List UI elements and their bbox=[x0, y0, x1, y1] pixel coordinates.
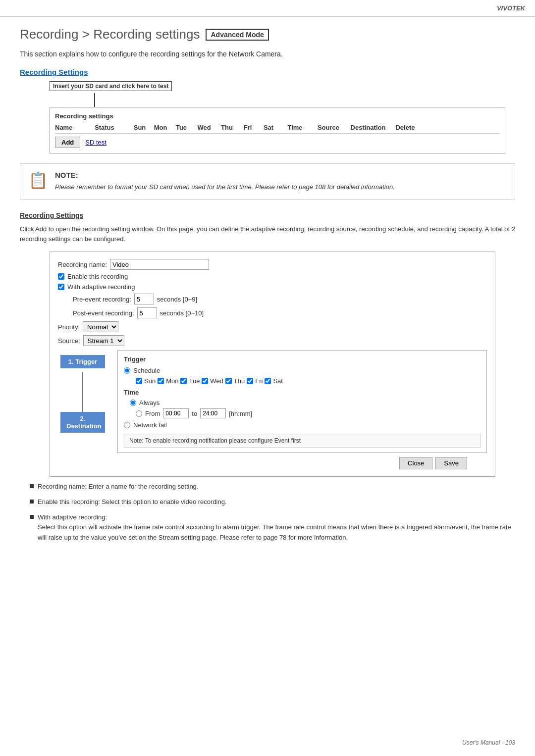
advanced-mode-badge: Advanced Mode bbox=[206, 29, 268, 41]
always-radio[interactable] bbox=[130, 400, 136, 406]
from-radio[interactable] bbox=[136, 410, 142, 417]
table-header: Name Status Sun Mon Tue Wed Thu Fri Sat … bbox=[55, 124, 500, 134]
buttons-row: Close Save bbox=[58, 457, 467, 469]
bullet-item-1: Recording name: Enter a name for the rec… bbox=[30, 482, 515, 492]
day-checkboxes: Sun Mon Tue Wed Thu Fri Sat bbox=[136, 377, 481, 385]
sat-label: Sat bbox=[273, 377, 283, 385]
th-delete: Delete bbox=[390, 124, 420, 131]
bullet-icon-1 bbox=[30, 484, 34, 488]
recording-name-input[interactable] bbox=[110, 259, 209, 270]
trigger-section: Trigger Schedule Sun Mon Tue Wed bbox=[117, 350, 487, 453]
sun-label: Sun bbox=[144, 377, 156, 385]
note-box: 📋 NOTE: Please remember to format your S… bbox=[20, 163, 515, 200]
th-thu: Thu bbox=[216, 124, 237, 131]
recording-settings-subheading: Recording Settings bbox=[20, 211, 515, 219]
post-event-row: Post-event recording: seconds [0~10] bbox=[73, 307, 487, 318]
time-from-row: From to [hh:mm] bbox=[136, 408, 481, 418]
to-time-input[interactable] bbox=[200, 408, 226, 418]
top-bar: VIVOTEK bbox=[0, 0, 535, 17]
bullet-text-2: Enable this recording: Select this optio… bbox=[38, 497, 227, 507]
close-button[interactable]: Close bbox=[399, 457, 432, 469]
to-label: to bbox=[192, 410, 197, 417]
priority-select[interactable]: Normal High Low bbox=[83, 321, 118, 332]
step2-box[interactable]: 2. Destination bbox=[60, 412, 105, 433]
sun-checkbox[interactable] bbox=[136, 378, 142, 384]
post-event-label: Post-event recording: bbox=[73, 309, 134, 317]
adaptive-recording-checkbox[interactable] bbox=[58, 284, 64, 290]
bottom-note: Note: To enable recording notification p… bbox=[124, 434, 481, 448]
bullet-item-3: With adaptive recording: Select this opt… bbox=[30, 512, 515, 543]
always-row: Always bbox=[130, 399, 481, 406]
schedule-label: Schedule bbox=[133, 367, 160, 374]
add-button[interactable]: Add bbox=[55, 137, 80, 148]
step1-box[interactable]: 1. Trigger bbox=[60, 355, 105, 368]
sd-card-hint[interactable]: Insert your SD card and click here to te… bbox=[50, 81, 172, 91]
enable-recording-checkbox[interactable] bbox=[58, 273, 64, 280]
note-content: NOTE: Please remember to format your SD … bbox=[55, 171, 395, 192]
th-wed: Wed bbox=[192, 124, 216, 131]
post-event-unit: seconds [0~10] bbox=[160, 309, 204, 317]
trigger-destination-area: 1. Trigger 2. Destination Trigger Schedu… bbox=[58, 350, 487, 453]
from-label: From bbox=[145, 410, 160, 417]
intro-text: This section explains how to configure t… bbox=[20, 50, 515, 58]
pre-event-label: Pre-event recording: bbox=[73, 296, 131, 303]
recording-config-box: Recording name: Enable this recording Wi… bbox=[50, 252, 495, 477]
save-button[interactable]: Save bbox=[435, 457, 467, 469]
recording-settings-box: Recording settings Name Status Sun Mon T… bbox=[50, 107, 505, 153]
th-destination: Destination bbox=[346, 124, 390, 131]
step-labels: 1. Trigger 2. Destination bbox=[58, 350, 107, 453]
schedule-radio[interactable] bbox=[124, 367, 130, 374]
note-text: Please remember to format your SD card w… bbox=[55, 182, 395, 192]
network-fail-label: Network fail bbox=[133, 421, 167, 429]
time-section-label: Time bbox=[124, 389, 481, 396]
th-sat: Sat bbox=[258, 124, 279, 131]
enable-recording-row: Enable this recording bbox=[58, 273, 487, 280]
adaptive-recording-label: With adaptive recording bbox=[67, 283, 135, 291]
bottom-note-text: Note: To enable recording notification p… bbox=[129, 437, 301, 444]
always-label: Always bbox=[139, 399, 160, 406]
schedule-radio-row: Schedule bbox=[124, 367, 481, 374]
mon-checkbox[interactable] bbox=[158, 378, 164, 384]
bullet-icon-2 bbox=[30, 500, 34, 504]
th-name: Name bbox=[55, 124, 95, 131]
fri-checkbox[interactable] bbox=[247, 378, 253, 384]
pre-event-input[interactable] bbox=[134, 294, 154, 304]
recording-name-row: Recording name: bbox=[58, 259, 487, 270]
wed-checkbox[interactable] bbox=[202, 378, 208, 384]
page-title-text: Recording > Recording settings bbox=[20, 27, 200, 42]
post-event-input[interactable] bbox=[137, 307, 157, 318]
sat-checkbox[interactable] bbox=[265, 378, 271, 384]
bullet-list: Recording name: Enter a name for the rec… bbox=[30, 482, 515, 543]
th-sun: Sun bbox=[129, 124, 150, 131]
th-status: Status bbox=[95, 124, 129, 131]
hhmm-label: [hh:mm] bbox=[229, 410, 252, 417]
th-source: Source bbox=[311, 124, 346, 131]
brand-logo: VIVOTEK bbox=[497, 4, 525, 12]
tue-checkbox[interactable] bbox=[180, 378, 187, 384]
adaptive-recording-row: With adaptive recording bbox=[58, 283, 487, 291]
th-tue: Tue bbox=[171, 124, 192, 131]
pre-event-row: Pre-event recording: seconds [0~9] bbox=[73, 294, 487, 304]
priority-row: Priority: Normal High Low bbox=[58, 321, 487, 332]
network-fail-radio[interactable] bbox=[124, 422, 130, 428]
table-actions-row: Add SD test bbox=[55, 137, 500, 148]
bullet-item-2: Enable this recording: Select this optio… bbox=[30, 497, 515, 507]
bullet-icon-3 bbox=[30, 515, 34, 519]
trigger-title: Trigger bbox=[124, 355, 481, 363]
th-fri: Fri bbox=[237, 124, 258, 131]
tue-label: Tue bbox=[189, 377, 200, 385]
thu-checkbox[interactable] bbox=[225, 378, 232, 384]
source-select[interactable]: Stream 1 Stream 2 bbox=[83, 335, 124, 346]
source-row: Source: Stream 1 Stream 2 bbox=[58, 335, 487, 346]
bullet-text-3: With adaptive recording: Select this opt… bbox=[38, 512, 515, 543]
recording-settings-heading: Recording Settings bbox=[20, 68, 515, 76]
recording-name-label: Recording name: bbox=[58, 261, 107, 268]
note-icon: 📋 bbox=[28, 171, 48, 190]
sd-test-link[interactable]: SD test bbox=[85, 139, 107, 146]
footer-text: User's Manual - 103 bbox=[462, 739, 515, 746]
wed-label: Wed bbox=[210, 377, 223, 385]
enable-recording-label: Enable this recording bbox=[67, 273, 128, 280]
from-time-input[interactable] bbox=[163, 408, 189, 418]
body-text: Click Add to open the recording setting … bbox=[20, 224, 515, 245]
page-title: Recording > Recording settings Advanced … bbox=[20, 27, 515, 42]
